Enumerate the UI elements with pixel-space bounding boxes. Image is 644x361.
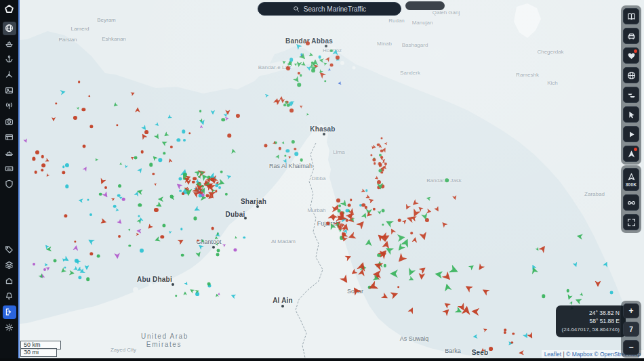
vessel-marker[interactable] [206,182,214,189]
vessel-marker[interactable] [182,129,185,133]
vessel-marker[interactable] [210,177,214,181]
vessel-marker[interactable] [340,213,343,215]
vessel-marker[interactable] [338,226,342,230]
nav-login[interactable] [3,305,16,319]
vessel-marker[interactable] [158,158,161,161]
vessel-marker[interactable] [380,251,387,258]
vessel-marker[interactable] [340,211,344,215]
vessel-marker[interactable] [368,286,371,289]
vessel-marker[interactable] [33,263,35,266]
vessel-marker[interactable] [136,188,142,195]
vessel-marker[interactable] [99,192,102,196]
vessel-marker[interactable] [38,273,44,279]
vessel-marker[interactable] [180,190,182,192]
vessel-marker[interactable] [365,209,372,215]
vessel-marker[interactable] [279,95,284,100]
vessel-marker[interactable] [345,209,348,213]
vessel-marker[interactable] [378,247,390,259]
vessel-marker[interactable] [441,272,453,283]
vessel-marker[interactable] [195,181,200,186]
vessel-marker[interactable] [194,169,202,177]
vessel-marker[interactable] [161,140,167,146]
vessel-marker[interactable] [376,232,385,242]
vessel-marker[interactable] [210,110,215,115]
vessel-marker[interactable] [340,236,344,240]
vessel-marker[interactable] [434,205,441,212]
vessel-marker[interactable] [360,204,363,207]
vessel-marker[interactable] [379,163,382,167]
vessel-marker[interactable] [64,214,67,217]
vessel-marker[interactable] [455,307,464,316]
vessel-marker[interactable] [236,114,240,118]
vessel-marker[interactable] [104,186,107,189]
vessel-marker[interactable] [382,224,384,226]
vessel-marker[interactable] [489,347,493,352]
vessel-marker[interactable] [168,230,172,234]
nav-ports[interactable] [3,53,16,66]
vessel-marker[interactable] [388,228,396,235]
vessel-marker[interactable] [23,138,28,144]
vessel-marker[interactable] [370,154,372,156]
vessel-marker[interactable] [340,216,345,221]
vessel-marker[interactable] [183,291,187,295]
vessel-marker[interactable] [350,217,355,221]
vessel-marker[interactable] [198,194,201,197]
vessel-marker[interactable] [384,163,387,165]
vessel-marker[interactable] [426,196,430,200]
vessel-marker[interactable] [477,263,485,272]
vessel-marker[interactable] [417,205,424,212]
vessel-marker[interactable] [129,245,132,247]
vessel-marker[interactable] [535,247,540,251]
vessel-marker[interactable] [225,110,230,116]
vessel-marker[interactable] [504,331,506,334]
vessel-marker[interactable] [377,180,381,184]
vessel-marker[interactable] [211,227,214,230]
vessel-marker[interactable] [377,186,380,189]
vessel-marker[interactable] [177,138,180,142]
vessel-marker[interactable] [193,177,197,181]
vessel-marker[interactable] [195,251,202,258]
vessel-marker[interactable] [421,213,429,221]
vessel-marker[interactable] [531,263,538,270]
vessel-marker[interactable] [198,190,203,195]
vessel-marker[interactable] [418,266,427,274]
vessel-marker[interactable] [279,147,281,150]
leaflet-link[interactable]: Leaflet [544,351,562,358]
vessel-marker[interactable] [74,240,76,242]
vessel-marker[interactable] [273,140,277,144]
vessel-marker[interactable] [167,158,172,163]
vessel-marker[interactable] [273,98,280,104]
vessel-marker[interactable] [87,199,89,201]
vessel-marker[interactable] [122,198,125,201]
vessel-marker[interactable] [300,54,302,56]
vessel-marker[interactable] [313,59,319,65]
vessel-marker[interactable] [78,81,81,84]
vessel-marker[interactable] [185,188,193,196]
vessel-marker[interactable] [218,179,226,187]
vessel-marker[interactable] [350,269,358,277]
vessel-marker[interactable] [410,215,417,221]
vessel-marker[interactable] [294,148,296,150]
vessel-marker[interactable] [411,209,421,219]
vessel-marker[interactable] [45,263,48,267]
vessel-marker[interactable] [384,142,387,146]
vessel-marker[interactable] [327,68,331,72]
vessel-marker[interactable] [73,266,79,272]
vessel-marker[interactable] [301,62,307,68]
vessel-marker[interactable] [365,206,367,209]
vessel-marker[interactable] [285,65,289,69]
vessel-marker[interactable] [335,57,340,62]
vessel-marker[interactable] [378,162,384,168]
vessel-marker[interactable] [380,184,384,188]
vessel-marker[interactable] [75,258,81,265]
vessel-marker[interactable] [155,121,160,127]
vessel-marker[interactable] [117,194,121,197]
vessel-marker[interactable] [361,212,368,219]
vessel-marker[interactable] [170,146,173,148]
vessel-marker[interactable] [35,150,39,154]
vessel-marker[interactable] [243,236,245,238]
vessel-marker[interactable] [193,217,197,220]
vessel-marker[interactable] [336,215,343,223]
vessel-marker[interactable] [203,181,207,186]
vessel-marker[interactable] [184,282,188,286]
